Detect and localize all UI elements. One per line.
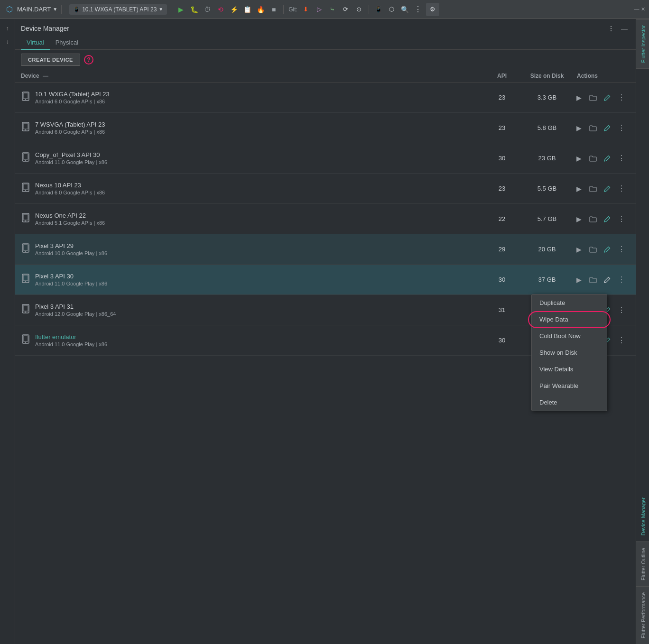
profile-button[interactable]: ⏱ [202, 4, 213, 15]
run-device-btn-6[interactable]: ▶ [573, 274, 584, 285]
panel-more-icon[interactable]: ⋮ [605, 23, 617, 34]
more-btn-8[interactable]: ⋮ [616, 335, 627, 346]
more-options-icon[interactable]: ⋮ [413, 4, 424, 15]
device-icon: 📱 [73, 6, 80, 13]
edit-btn-5[interactable] [602, 244, 613, 255]
project-name[interactable]: MAIN.DART ▼ [17, 6, 57, 13]
more-btn-2[interactable]: ⋮ [616, 153, 627, 164]
col-header-size: Size on Disk [521, 73, 573, 79]
right-panel-flutter-performance[interactable]: Flutter Performance [636, 586, 649, 644]
folder-btn-3[interactable] [587, 183, 599, 194]
window-controls[interactable]: — ✕ [634, 4, 645, 15]
folder-btn-6[interactable] [587, 274, 599, 285]
device-name-1: 7 WSVGA (Tablet) API 23 [35, 121, 105, 128]
context-menu-item-cold-boot-now[interactable]: Cold Boot Now [532, 328, 607, 344]
right-panel-device-manager[interactable]: Device Manager [636, 68, 649, 541]
edit-btn-6[interactable] [602, 274, 613, 285]
table-row[interactable]: 7 WSVGA (Tablet) API 23 Android 6.0 Goog… [15, 113, 636, 143]
device-selector[interactable]: 📱 10.1 WXGA (TABLET) API 23 ▼ [69, 4, 167, 15]
run-button[interactable]: ▶ [175, 4, 186, 15]
device-api-8: 30 [483, 337, 521, 344]
folder-btn-4[interactable] [587, 213, 599, 225]
run-device-btn-5[interactable]: ▶ [573, 244, 584, 255]
debug-button[interactable]: 🐛 [188, 4, 200, 15]
panel-minimize-icon[interactable]: — [619, 23, 630, 34]
run-device-btn-0[interactable]: ▶ [573, 92, 584, 103]
right-panel-flutter-inspector[interactable]: Flutter Inspector [636, 19, 649, 68]
table-header: Device — API Size on Disk Actions [15, 70, 636, 83]
device-manager-toolbar-icon[interactable]: 📱 [373, 4, 384, 15]
device-size-5: 20 GB [521, 246, 573, 253]
svg-point-2 [25, 99, 26, 100]
stop-button[interactable]: ■ [268, 4, 279, 15]
git-push-icon[interactable]: ▷ [314, 4, 325, 15]
tab-physical[interactable]: Physical [50, 36, 84, 50]
right-panel-flutter-outline[interactable]: Flutter Outline [636, 542, 649, 586]
more-btn-6[interactable]: ⋮ [616, 274, 627, 285]
folder-btn-0[interactable] [587, 92, 599, 103]
sidebar-down-icon[interactable]: ↓ [2, 36, 13, 47]
hot-reload-button[interactable]: ⟲ [215, 4, 226, 15]
edit-btn-1[interactable] [602, 122, 613, 134]
run-device-btn-3[interactable]: ▶ [573, 183, 584, 194]
table-row[interactable]: Copy_of_Pixel 3 API 30 Android 11.0 Goog… [15, 143, 636, 174]
edit-btn-4[interactable] [602, 213, 613, 225]
hot-restart-button[interactable]: ⚡ [228, 4, 240, 15]
device-text-7: Pixel 3 API 31 Android 12.0 Google Play … [35, 303, 116, 317]
device-info-7: Pixel 3 API 31 Android 12.0 Google Play … [21, 303, 483, 317]
create-device-button[interactable]: CREATE DEVICE [21, 54, 80, 66]
sidebar-up-icon[interactable]: ↑ [2, 23, 13, 34]
edit-btn-3[interactable] [602, 183, 613, 194]
svg-rect-25 [23, 336, 28, 341]
device-info-2: Copy_of_Pixel 3 API 30 Android 11.0 Goog… [21, 151, 483, 165]
flame-button[interactable]: 🔥 [255, 4, 266, 15]
folder-btn-5[interactable] [587, 244, 599, 255]
run-device-btn-1[interactable]: ▶ [573, 122, 584, 134]
device-info-6: Pixel 3 API 30 Android 11.0 Google Play … [21, 273, 483, 286]
table-row[interactable]: Nexus 10 API 23 Android 6.0 Google APIs … [15, 174, 636, 204]
git-merge-icon[interactable]: ⤷ [327, 4, 338, 15]
project-dropdown-icon[interactable]: ▼ [53, 7, 57, 12]
more-btn-7[interactable]: ⋮ [616, 304, 627, 316]
context-menu-item-view-details[interactable]: View Details [532, 361, 607, 377]
run-device-btn-2[interactable]: ▶ [573, 153, 584, 164]
context-menu-item-duplicate[interactable]: Duplicate [532, 294, 607, 311]
sdk-manager-icon[interactable]: ⬡ [386, 4, 398, 15]
device-dropdown-icon[interactable]: ▼ [158, 7, 163, 12]
table-row[interactable]: 10.1 WXGA (Tablet) API 23 Android 6.0 Go… [15, 83, 636, 113]
search-icon[interactable]: 🔍 [399, 4, 411, 15]
table-row[interactable]: Nexus One API 22 Android 5.1 Google APIs… [15, 204, 636, 234]
edit-btn-0[interactable] [602, 92, 613, 103]
more-btn-4[interactable]: ⋮ [616, 213, 627, 225]
more-btn-5[interactable]: ⋮ [616, 244, 627, 255]
device-text-5: Pixel 3 API 29 Android 10.0 Google Play … [35, 242, 107, 256]
device-sub-7: Android 12.0 Google Play | x86_64 [35, 311, 116, 317]
help-icon[interactable]: ? [84, 55, 93, 64]
device-size-3: 5.5 GB [521, 185, 573, 192]
context-menu-item-wipe-data[interactable]: Wipe Data [532, 311, 607, 328]
device-name-2: Copy_of_Pixel 3 API 30 [35, 151, 107, 158]
device-size-6: 37 GB [521, 276, 573, 283]
svg-point-17 [25, 251, 26, 252]
tab-virtual[interactable]: Virtual [21, 36, 50, 50]
table-row[interactable]: Pixel 3 API 29 Android 10.0 Google Play … [15, 234, 636, 265]
run-device-btn-4[interactable]: ▶ [573, 213, 584, 225]
more-btn-0[interactable]: ⋮ [616, 92, 627, 103]
edit-btn-2[interactable] [602, 153, 613, 164]
git-history-icon[interactable]: ⟳ [340, 4, 352, 15]
git-annotate-icon[interactable]: ⊙ [353, 4, 365, 15]
coverage-button[interactable]: 📋 [241, 4, 253, 15]
context-menu-item-delete[interactable]: Delete [532, 394, 607, 411]
toolbar-sep-3 [283, 5, 284, 14]
context-menu-item-show-on-disk[interactable]: Show on Disk [532, 344, 607, 361]
toolbar-sep-1 [61, 5, 62, 14]
device-size-1: 5.8 GB [521, 124, 573, 131]
git-update-icon[interactable]: ⬇ [300, 4, 312, 15]
folder-btn-2[interactable] [587, 153, 599, 164]
folder-btn-1[interactable] [587, 122, 599, 134]
more-btn-3[interactable]: ⋮ [616, 183, 627, 194]
more-btn-1[interactable]: ⋮ [616, 122, 627, 134]
context-menu-item-pair-wearable[interactable]: Pair Wearable [532, 377, 607, 394]
table-row[interactable]: Pixel 3 API 30 Android 11.0 Google Play … [15, 265, 636, 295]
settings-icon[interactable]: ⚙ [426, 3, 439, 16]
